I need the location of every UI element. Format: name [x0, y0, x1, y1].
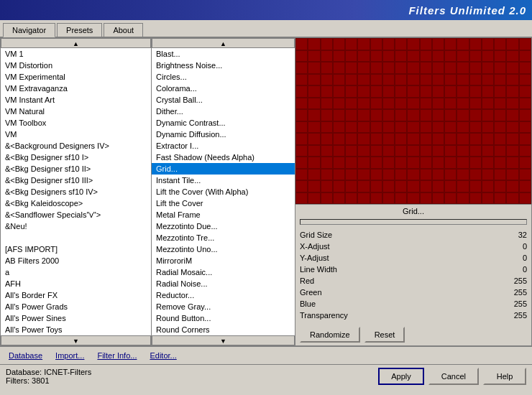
middle-scroll-up[interactable]: ▲	[152, 38, 295, 48]
left-panel[interactable]: ▲ VM 1 VM Distortion VM Experimental VM …	[1, 38, 152, 345]
database-label: Database:	[6, 368, 42, 376]
list-item[interactable]: All's Power Toys	[1, 324, 151, 335]
list-item[interactable]: Radial Mosaic...	[152, 266, 295, 278]
list-item[interactable]: Lift the Cover (With Alpha)	[152, 186, 295, 198]
list-item[interactable]: All's Power Sines	[1, 312, 151, 324]
cancel-button[interactable]: Cancel	[428, 368, 479, 385]
list-item[interactable]: Round Corners	[152, 324, 295, 335]
grid-cell	[482, 50, 494, 62]
grid-cell	[506, 192, 518, 205]
slider-bar[interactable]	[300, 219, 527, 225]
grid-cell	[519, 180, 531, 192]
grid-cell	[444, 85, 457, 98]
list-item[interactable]: VM Instant Art	[1, 94, 151, 106]
grid-cell	[457, 50, 469, 62]
list-item[interactable]: Instant Tile...	[152, 175, 295, 186]
grid-size-label: Grid Size	[300, 231, 332, 239]
tab-navigator[interactable]: Navigator	[3, 23, 55, 37]
grid-cell	[420, 169, 432, 181]
list-item[interactable]: [AFS IMPORT]	[1, 243, 151, 255]
list-item[interactable]: AFH	[1, 278, 151, 289]
grid-cell	[432, 169, 444, 181]
editor-button[interactable]: Editor...	[147, 350, 179, 361]
list-item[interactable]: VM Experimental	[1, 71, 151, 83]
grid-cell	[494, 85, 506, 98]
grid-cell	[444, 109, 457, 121]
list-item[interactable]: Radial Noise...	[152, 278, 295, 289]
list-item[interactable]: All's Border FX	[1, 289, 151, 301]
list-item[interactable]: &<Bkg Kaleidoscope>	[1, 198, 151, 209]
list-item[interactable]: VM Natural	[1, 106, 151, 117]
list-item[interactable]: Mezzotinto Uno...	[152, 243, 295, 255]
red-label: Red	[300, 276, 314, 285]
grid-cell	[469, 157, 482, 169]
grid-cell	[482, 169, 494, 181]
grid-cell	[308, 62, 320, 74]
list-item[interactable]: Brightness Noise...	[152, 60, 295, 71]
list-item[interactable]: a	[1, 266, 151, 278]
help-button[interactable]: Help	[483, 368, 526, 385]
filter-info-button[interactable]: Filter Info...	[94, 350, 139, 361]
list-item[interactable]: Dynamic Contrast...	[152, 117, 295, 129]
tab-presets[interactable]: Presets	[57, 23, 102, 37]
import-button[interactable]: Import...	[52, 350, 87, 361]
list-item[interactable]: Mezzotinto Tre...	[152, 232, 295, 243]
grid-cell	[308, 85, 320, 98]
apply-button[interactable]: Apply	[378, 368, 424, 385]
grid-cell	[321, 145, 333, 157]
list-item[interactable]: Circles...	[152, 71, 295, 83]
list-item[interactable]: &<Bkg Designer sf10 I>	[1, 152, 151, 163]
list-item[interactable]: VM Distortion	[1, 60, 151, 71]
status-bar: Database: ICNET-Filters Filters: 3801 Ap…	[0, 364, 532, 388]
list-item[interactable]: VM Extravaganza	[1, 83, 151, 94]
list-item[interactable]: AB Filters 2000	[1, 255, 151, 266]
database-button[interactable]: Database	[6, 350, 45, 361]
list-item[interactable]: Extractor I...	[152, 140, 295, 152]
list-item[interactable]: MirrororiM	[152, 255, 295, 266]
list-item[interactable]: &<Sandflower Specials"v">	[1, 209, 151, 220]
list-item[interactable]: Mezzotinto Due...	[152, 220, 295, 232]
grid-cell	[407, 62, 419, 74]
grid-cell	[519, 133, 531, 145]
list-item[interactable]: Round Button...	[152, 312, 295, 324]
grid-cell	[345, 74, 357, 86]
list-item[interactable]: All's Power Grads	[1, 301, 151, 312]
grid-cell	[333, 85, 345, 98]
list-item[interactable]: &<Bkg Designer sf10 III>	[1, 175, 151, 186]
list-item[interactable]: Remove Gray...	[152, 301, 295, 312]
list-item[interactable]: &<Background Designers IV>	[1, 140, 151, 152]
list-item[interactable]: Blast...	[152, 48, 295, 60]
list-item[interactable]: Crystal Ball...	[152, 94, 295, 106]
grid-cell	[308, 74, 320, 86]
grid-cell	[333, 192, 345, 205]
grid-cell	[395, 38, 407, 50]
list-item[interactable]: &<Bkg Designers sf10 IV>	[1, 186, 151, 198]
grid-cell	[420, 50, 432, 62]
list-item-grid[interactable]: Grid...	[152, 163, 295, 175]
left-scroll-down[interactable]: ▼	[1, 335, 151, 345]
list-item[interactable]: VM 1	[1, 48, 151, 60]
filters-value: 3801	[32, 376, 49, 385]
list-item[interactable]: VM Toolbox	[1, 117, 151, 129]
list-item[interactable]: Fast Shadow (Needs Alpha)	[152, 152, 295, 163]
list-item[interactable]: Dynamic Diffusion...	[152, 129, 295, 140]
grid-cell	[432, 74, 444, 86]
list-item[interactable]: Colorama...	[152, 83, 295, 94]
list-item[interactable]: &<Bkg Designer sf10 II>	[1, 163, 151, 175]
middle-panel[interactable]: ▲ Blast... Brightness Noise... Circles..…	[152, 38, 295, 345]
list-item[interactable]: Lift the Cover	[152, 198, 295, 209]
list-item[interactable]: VM	[1, 129, 151, 140]
list-item[interactable]: Reductor...	[152, 289, 295, 301]
grid-cell	[333, 180, 345, 192]
grid-cell	[482, 38, 494, 50]
reset-button[interactable]: Reset	[364, 327, 405, 343]
list-item[interactable]: &Neu!	[1, 220, 151, 232]
tab-about[interactable]: About	[104, 23, 143, 37]
list-item[interactable]: Dither...	[152, 106, 295, 117]
grid-cell	[321, 180, 333, 192]
middle-scroll-down[interactable]: ▼	[152, 335, 295, 345]
randomize-button[interactable]: Randomize	[300, 327, 360, 343]
left-scroll-up[interactable]: ▲	[1, 38, 151, 48]
list-item[interactable]: Metal Frame	[152, 209, 295, 220]
grid-cell	[494, 192, 506, 205]
